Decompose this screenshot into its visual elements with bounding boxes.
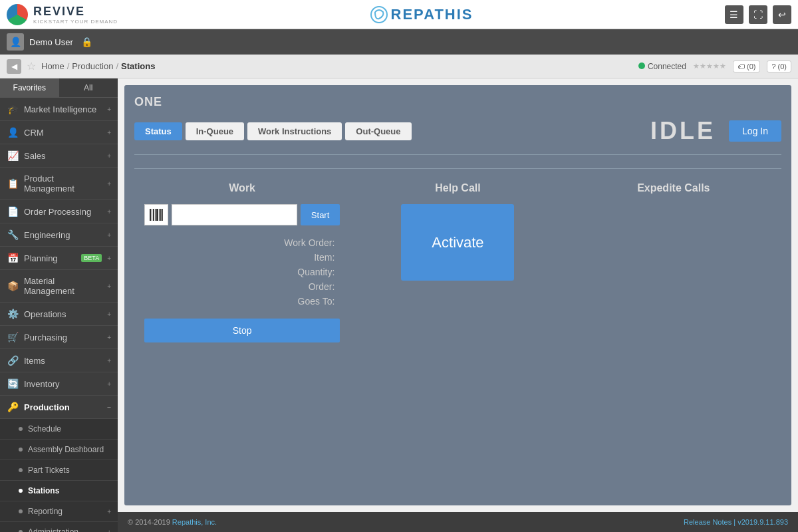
breadcrumb: Home / Production / Stations xyxy=(41,61,633,71)
sidebar-item-operations[interactable]: ⚙️ Operations + xyxy=(0,303,118,326)
revive-logo-text: REVIVE KICKSTART YOUR DEMAND xyxy=(33,5,118,25)
nav-favorite-star[interactable]: ☆ xyxy=(27,60,36,72)
material-management-icon: 📦 xyxy=(7,281,19,291)
sidebar-tab-all[interactable]: All xyxy=(59,78,118,97)
sidebar-sub-stations[interactable]: Stations xyxy=(0,481,118,501)
sidebar-label-order-processing: Order Processing xyxy=(24,207,102,217)
expand-icon-btn[interactable]: ⛶ xyxy=(749,5,767,24)
sidebar-label-engineering: Engineering xyxy=(24,230,102,240)
sidebar-item-product-management[interactable]: 📋 Product Management + xyxy=(0,168,118,200)
svg-rect-6 xyxy=(159,209,160,221)
sidebar-item-crm[interactable]: 👤 CRM + xyxy=(0,121,118,144)
goes-to-label: Goes To: xyxy=(298,296,335,307)
expand-icon-inventory: + xyxy=(107,380,111,388)
svg-point-0 xyxy=(371,7,387,23)
login-button[interactable]: Log In xyxy=(729,120,781,142)
user-bar: 👤 Demo User 🔒 xyxy=(0,29,798,55)
sidebar-sub-administration[interactable]: Administration + xyxy=(0,522,118,532)
top-bar: REVIVE KICKSTART YOUR DEMAND REPATHIS ☰ … xyxy=(0,0,798,29)
station-body: Work xyxy=(134,168,781,342)
logo-area: REVIVE KICKSTART YOUR DEMAND xyxy=(7,4,118,25)
sidebar-item-sales[interactable]: 📈 Sales + xyxy=(0,144,118,168)
breadcrumb-production[interactable]: Production xyxy=(72,61,113,71)
rating-stars[interactable]: ★★★★★ xyxy=(693,62,726,70)
svg-rect-3 xyxy=(153,209,154,221)
sidebar-sub-reporting[interactable]: Reporting + xyxy=(0,501,118,522)
sidebar-tabs: Favorites All xyxy=(0,78,118,98)
repathis-icon xyxy=(370,5,388,24)
sidebar-item-planning[interactable]: 📅 Planning BETA + xyxy=(0,247,118,270)
planning-icon: 📅 xyxy=(7,253,19,263)
sidebar-label-production: Production xyxy=(24,402,102,412)
sidebar-item-items[interactable]: 🔗 Items + xyxy=(0,349,118,372)
sidebar-label-purchasing: Purchasing xyxy=(24,332,102,342)
sidebar-label-market-intelligence: Market Intelligence xyxy=(24,104,102,114)
tab-in-queue[interactable]: In-Queue xyxy=(186,122,244,140)
expedite-section-title: Expedite Calls xyxy=(576,182,771,194)
sidebar-item-production[interactable]: 🔑 Production − xyxy=(0,396,118,419)
tab-work-instructions[interactable]: Work Instructions xyxy=(247,122,342,140)
operations-icon: ⚙️ xyxy=(7,309,19,319)
stations-dot xyxy=(19,489,23,493)
expedite-section: Expedite Calls xyxy=(566,182,781,342)
sidebar-tab-favorites[interactable]: Favorites xyxy=(0,78,59,97)
sidebar-item-purchasing[interactable]: 🛒 Purchasing + xyxy=(0,326,118,349)
sidebar-item-order-processing[interactable]: 📄 Order Processing + xyxy=(0,200,118,223)
arrow-icon-btn[interactable]: ↩ xyxy=(773,5,791,24)
tab-status[interactable]: Status xyxy=(134,122,182,140)
sidebar-sub-schedule[interactable]: Schedule xyxy=(0,419,118,440)
sidebar-sub-assembly-dashboard[interactable]: Assembly Dashboard xyxy=(0,440,118,460)
order-row: Order: xyxy=(144,279,340,294)
stop-button[interactable]: Stop xyxy=(144,319,340,342)
order-processing-icon: 📄 xyxy=(7,206,19,217)
tab-out-queue[interactable]: Out-Queue xyxy=(345,122,411,140)
user-avatar: 👤 xyxy=(7,33,24,51)
sidebar-label-inventory: Inventory xyxy=(24,379,102,389)
crm-icon: 👤 xyxy=(7,127,19,138)
sidebar: Favorites All 🎓 Market Intelligence + 👤 … xyxy=(0,78,118,532)
sidebar-label-items: Items xyxy=(24,356,102,366)
sidebar-item-material-management[interactable]: 📦 Material Management + xyxy=(0,270,118,303)
main-layout: Favorites All 🎓 Market Intelligence + 👤 … xyxy=(0,78,798,532)
items-icon: 🔗 xyxy=(7,355,19,366)
svg-rect-1 xyxy=(150,209,151,221)
footer-release-notes[interactable]: Release Notes | v2019.9.11.893 xyxy=(684,518,788,526)
assembly-dot xyxy=(19,448,23,452)
quantity-row: Quantity: xyxy=(144,265,340,279)
sidebar-item-inventory[interactable]: 🔄 Inventory + xyxy=(0,372,118,396)
nav-back-btn[interactable]: ◀ xyxy=(7,59,21,74)
footer-company-link[interactable]: Repathis, Inc. xyxy=(172,518,217,526)
barcode-icon xyxy=(144,204,168,225)
expand-icon-purchasing: + xyxy=(107,334,111,341)
expand-icon-product: + xyxy=(107,180,111,188)
barcode-input[interactable] xyxy=(172,204,297,225)
barcode-svg xyxy=(149,207,164,222)
barcode-input-row: Start xyxy=(144,204,340,225)
svg-rect-2 xyxy=(152,209,152,221)
svg-rect-8 xyxy=(162,209,163,221)
market-intelligence-icon: 🎓 xyxy=(7,104,19,114)
station-status-label: IDLE xyxy=(650,117,716,145)
beta-badge: BETA xyxy=(81,254,102,262)
sidebar-sub-part-tickets[interactable]: Part Tickets xyxy=(0,460,118,481)
expand-reporting: + xyxy=(107,508,111,515)
nav-bar-right: Connected ★★★★★ 🏷 (0) ? (0) xyxy=(638,61,791,72)
activate-button[interactable]: Activate xyxy=(401,204,514,281)
sidebar-label-product-management: Product Management xyxy=(24,174,102,194)
sidebar-item-market-intelligence[interactable]: 🎓 Market Intelligence + xyxy=(0,98,118,121)
purchasing-icon: 🛒 xyxy=(7,332,19,342)
breadcrumb-home[interactable]: Home xyxy=(41,61,65,71)
item-label: Item: xyxy=(314,252,334,263)
inventory-icon: 🔄 xyxy=(7,378,19,389)
expand-icon-order: + xyxy=(107,208,111,215)
sidebar-item-engineering[interactable]: 🔧 Engineering + xyxy=(0,223,118,247)
station-tabs: Status In-Queue Work Instructions Out-Qu… xyxy=(134,122,412,140)
menu-icon-btn[interactable]: ☰ xyxy=(725,5,743,24)
help-section-title: Help Call xyxy=(360,182,555,194)
repathis-logo-area: REPATHIS xyxy=(370,5,473,24)
start-button[interactable]: Start xyxy=(301,204,340,225)
sidebar-label-planning: Planning xyxy=(24,253,76,263)
top-bar-actions: ☰ ⛶ ↩ xyxy=(725,5,791,24)
revive-logo-circle xyxy=(7,4,28,25)
quantity-label: Quantity: xyxy=(297,267,334,277)
